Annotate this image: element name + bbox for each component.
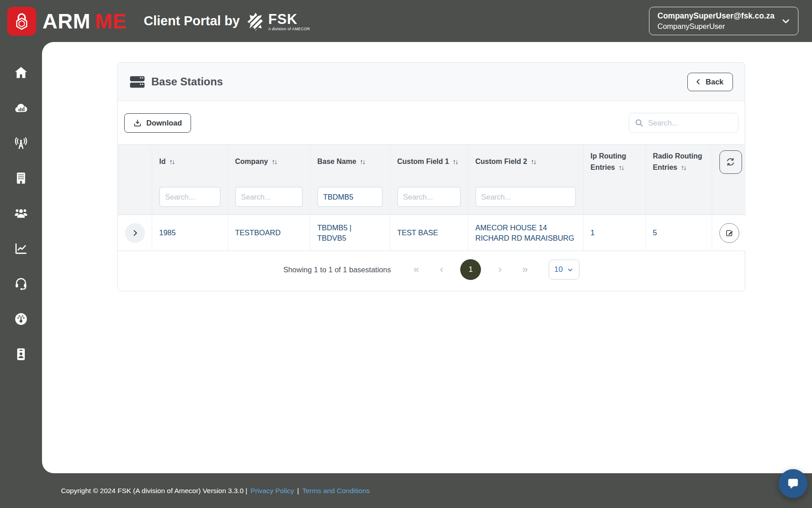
base-stations-card: Base Stations Back Download (117, 62, 745, 291)
last-page-button[interactable]: » (519, 264, 532, 275)
cell-radio-routing-entries: 5 (645, 215, 712, 251)
filter-cell-base-name (310, 180, 390, 215)
main-content: Base Stations Back Download (42, 42, 812, 473)
column-header-base-name[interactable]: Base Name↑↓ (310, 144, 390, 180)
page-size-value: 10 (554, 265, 563, 274)
sidebar-item-contacts[interactable] (0, 336, 42, 372)
sidebar-item-support[interactable] (0, 266, 42, 301)
page-footer: Copyright © 2024 FSK (A division of Amec… (0, 473, 812, 508)
filter-cell-ip-routing (583, 180, 645, 215)
user-texts: CompanySuperUser@fsk.co.za CompanySuperU… (658, 11, 775, 31)
column-header-custom-field-2[interactable]: Custom Field 2↑↓ (468, 144, 583, 180)
column-header-custom-field-1[interactable]: Custom Field 1↑↓ (390, 144, 468, 180)
broadcast-tower-icon (14, 136, 28, 150)
table-header-row: Id↑↓ Company↑↓ Base Name↑↓ Custom Field … (118, 144, 746, 180)
download-icon (133, 119, 142, 127)
sort-icon: ↑↓ (169, 158, 174, 165)
card-header: Base Stations Back (118, 63, 745, 101)
sidebar-item-analytics[interactable] (0, 231, 42, 266)
chat-launcher-button[interactable] (779, 469, 807, 498)
user-name: CompanySuperUser (658, 22, 775, 31)
download-button[interactable]: Download (124, 113, 191, 133)
sidebar-item-dashboard[interactable] (0, 301, 42, 336)
id-filter-input[interactable] (159, 187, 220, 207)
global-search-box (629, 113, 738, 133)
privacy-policy-link[interactable]: Privacy Policy (251, 487, 294, 495)
sidebar-nav (0, 42, 42, 508)
first-page-button[interactable]: « (410, 264, 423, 275)
custom-field-1-filter-input[interactable] (397, 187, 461, 207)
sort-icon: ↑↓ (531, 158, 536, 165)
column-header-radio-routing-entries[interactable]: Radio Routing Entries↑↓ (645, 144, 712, 180)
brand-text: ARMME (42, 9, 126, 33)
user-menu-button[interactable]: CompanySuperUser@fsk.co.za CompanySuperU… (649, 7, 798, 35)
page-size-select[interactable]: 10 (549, 260, 579, 280)
table-row: 1985 TESTBOARD TBDMB5 | TBDVB5 TEST BASE… (118, 215, 746, 251)
filter-cell-company (228, 180, 310, 215)
copyright-text: Copyright © 2024 FSK (A division of Amec… (61, 487, 247, 495)
base-name-filter-input[interactable] (317, 187, 383, 207)
table-filter-row (118, 180, 746, 215)
filter-cell-radio-routing (645, 180, 712, 215)
back-label: Back (706, 78, 723, 86)
armme-logo-mark (7, 7, 36, 36)
filter-cell-actions (712, 180, 746, 215)
brand-me: ME (95, 9, 126, 33)
download-label: Download (146, 119, 182, 127)
row-expand-button[interactable] (125, 223, 145, 243)
sort-icon: ↑↓ (360, 158, 365, 165)
sidebar-item-users[interactable] (0, 196, 42, 231)
sort-icon: ↑↓ (619, 163, 624, 171)
company-filter-input[interactable] (235, 187, 303, 207)
edit-row-button[interactable] (719, 223, 739, 243)
column-header-ip-routing-entries[interactable]: Ip Routing Entries↑↓ (583, 144, 645, 180)
previous-page-button[interactable]: ‹ (436, 264, 447, 275)
global-search-input[interactable] (648, 119, 733, 127)
filter-cell-expander (118, 180, 152, 215)
chevron-down-icon (567, 266, 574, 273)
column-header-id[interactable]: Id↑↓ (152, 144, 228, 180)
row-expander-cell (118, 215, 152, 251)
armme-logo[interactable]: ARMME (7, 7, 126, 36)
server-icon (130, 75, 145, 89)
cell-base-name: TBDMB5 | TBDVB5 (310, 215, 390, 251)
filter-cell-custom-field-1 (390, 180, 468, 215)
sidebar-item-base-stations[interactable] (0, 125, 42, 160)
base-stations-table: Id↑↓ Company↑↓ Base Name↑↓ Custom Field … (118, 144, 746, 251)
chat-icon (786, 477, 800, 490)
headset-icon (14, 277, 28, 291)
sidebar-item-companies[interactable] (0, 160, 42, 196)
refresh-button[interactable] (719, 150, 742, 174)
filter-cell-custom-field-2 (468, 180, 583, 215)
current-page-button[interactable]: 1 (460, 259, 481, 280)
filter-cell-id (152, 180, 228, 215)
cell-ip-routing-entries: 1 (583, 215, 645, 251)
column-header-company[interactable]: Company↑↓ (228, 144, 310, 180)
chart-line-icon (14, 242, 28, 256)
padlock-icon (12, 11, 32, 31)
table-toolbar: Download (118, 101, 745, 144)
chevron-left-icon (694, 78, 702, 86)
custom-field-2-filter-input[interactable] (476, 187, 576, 207)
brand-arm: ARM (42, 9, 90, 33)
terms-link[interactable]: Terms and Conditions (302, 487, 370, 495)
page-title: Base Stations (151, 75, 223, 88)
fsk-star-icon (246, 12, 265, 33)
fsk-texts: FSK A division of AMECOR (268, 12, 310, 31)
building-icon (14, 171, 28, 185)
gauge-icon (14, 312, 28, 326)
next-page-button[interactable]: › (495, 264, 505, 275)
cloud-chart-icon (14, 101, 28, 115)
sidebar-item-home[interactable] (0, 55, 42, 90)
cell-custom-field-2: AMECOR HOUSE 14 RICHARD RD MARAISBURG (468, 215, 583, 251)
refresh-icon (726, 157, 735, 167)
back-button[interactable]: Back (687, 73, 733, 91)
user-email: CompanySuperUser@fsk.co.za (658, 11, 775, 21)
pagination-summary: Showing 1 to 1 of 1 basestations (283, 266, 391, 274)
users-icon (14, 206, 28, 220)
fsk-name: FSK (268, 12, 310, 26)
sort-icon: ↑↓ (681, 163, 686, 171)
sidebar-item-cloud-stats[interactable] (0, 90, 42, 125)
edit-icon (725, 228, 734, 238)
top-header: ARMME Client Portal by FSK A division of… (0, 0, 812, 42)
